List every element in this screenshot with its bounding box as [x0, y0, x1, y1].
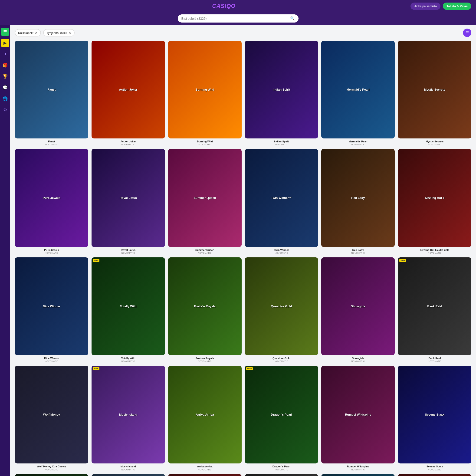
game-label-18: Bank Raid	[398, 257, 471, 355]
game-provider-20: NOVOMATIC	[121, 469, 135, 471]
game-card-1[interactable]: FaustFaustNOVOMATIC	[15, 41, 88, 146]
game-name-3: Burning Wild	[197, 140, 213, 143]
game-card-16[interactable]: Quest for GoldQuest for GoldNOVOMATIC	[245, 257, 318, 362]
game-card-24[interactable]: Sevens StaxxSevens StaxxNOVOMATIC	[398, 366, 471, 471]
game-card-4[interactable]: Indian SpiritIndian SpiritNOVOMATIC	[245, 41, 318, 146]
game-thumb-15: Fruits'n Royals	[168, 257, 242, 355]
filter-bar: Kolikkopelit ✕ Tyhjennä kaikki ✕ ☰	[15, 29, 471, 37]
game-card-26[interactable]: Reel CatchReel CatchNOVOMATIC	[92, 474, 165, 476]
sidebar-icon-globe[interactable]: 🌐	[1, 95, 9, 103]
game-name-7: Pure Jewels	[44, 248, 59, 252]
game-name-2: Action Joker	[120, 140, 136, 143]
filter-kolikkopelit-remove[interactable]: ✕	[35, 31, 38, 34]
game-provider-5: NOVOMATIC	[351, 143, 365, 146]
filter-tyhjennaekaikki[interactable]: Tyhjennä kaikki ✕	[43, 29, 75, 36]
game-provider-6: NOVOMATIC	[428, 143, 442, 146]
game-label-14: Totally Wild	[92, 257, 165, 355]
game-thumb-2: Action Joker	[92, 41, 165, 138]
game-provider-18: NOVOMATIC	[428, 360, 442, 362]
game-name-6: Mystic Secrets	[426, 140, 444, 143]
game-provider-13: NOVOMATIC	[45, 360, 58, 362]
game-card-14[interactable]: NewTotally WildTotally WildNOVOMATIC	[92, 257, 165, 362]
filter-button[interactable]: ☰	[463, 29, 471, 37]
game-provider-4: NOVOMATIC	[275, 143, 288, 146]
game-name-8: Royal Lotus	[121, 248, 136, 252]
game-card-22[interactable]: NewDragon's PearlDragon's PearlNOVOMATIC	[245, 366, 318, 471]
game-card-21[interactable]: Arriva ArrivaArriva ArrivaNOVOMATIC	[168, 366, 242, 471]
game-card-11[interactable]: Red LadyRed LadyNOVOMATIC	[321, 149, 395, 254]
game-thumb-16: Quest for Gold	[245, 257, 318, 355]
game-thumb-21: Arriva Arriva	[168, 366, 242, 463]
logo-o: O	[231, 3, 236, 9]
game-card-27[interactable]: Multi DiceMulti DiceNOVOMATIC	[168, 474, 242, 476]
filter-kolikkopelit-label: Kolikkopelit	[18, 31, 34, 34]
game-card-6[interactable]: Mystic SecretsMystic SecretsNOVOMATIC	[398, 41, 471, 146]
game-card-3[interactable]: Burning WildBurning WildNOVOMATIC	[168, 41, 242, 146]
game-card-25[interactable]: Rising TreasuresRising TreasuresNOVOMATI…	[15, 474, 88, 476]
game-card-9[interactable]: Summer QueenSummer QueenNOVOMATIC	[168, 149, 242, 254]
continue-button[interactable]: Jatka pelsamista	[410, 2, 441, 10]
game-label-20: Music Island	[92, 366, 165, 463]
game-thumb-20: NewMusic Island	[92, 366, 165, 463]
game-name-15: Fruits'n Royals	[196, 357, 214, 360]
new-badge-22: New	[246, 367, 253, 370]
game-thumb-4: Indian Spirit	[245, 41, 318, 138]
game-provider-15: NOVOMATIC	[198, 360, 211, 362]
game-card-20[interactable]: NewMusic IslandMusic IslandNOVOMATIC	[92, 366, 165, 471]
game-thumb-22: NewDragon's Pearl	[245, 366, 318, 463]
game-provider-2: NOVOMATIC	[121, 143, 135, 146]
game-provider-22: NOVOMATIC	[275, 469, 288, 471]
game-label-21: Arriva Arriva	[168, 366, 242, 463]
sidebar-icon-settings[interactable]: ⚙	[1, 106, 9, 114]
game-card-15[interactable]: Fruits'n RoyalsFruits'n RoyalsNOVOMATIC	[168, 257, 242, 362]
game-label-15: Fruits'n Royals	[168, 257, 242, 355]
search-input[interactable]	[181, 17, 288, 20]
game-label-27: Multi Dice	[168, 474, 242, 476]
game-name-9: Summer Queen	[195, 248, 214, 252]
sidebar-icon-star[interactable]: ✦	[1, 50, 9, 58]
game-card-12[interactable]: Sizzling Hot 6Sizzling Hot 6 extra goldN…	[398, 149, 471, 254]
game-name-21: Arriva Arriva	[197, 465, 212, 468]
games-grid: FaustFaustNOVOMATICAction JokerAction Jo…	[15, 41, 471, 476]
game-card-5[interactable]: Mermaid's PearlMermaids PearlNOVOMATIC	[321, 41, 395, 146]
game-card-30[interactable]: Fruit TumblingFruit TumblingNOVOMATIC	[398, 474, 471, 476]
game-card-7[interactable]: Pure JewelsPure JewelsNOVOMATIC	[15, 149, 88, 254]
game-thumb-29: Cash 300 Casino	[321, 474, 395, 476]
game-card-23[interactable]: Rumpel WildspinsRumpel WildspinsNOVOMATI…	[321, 366, 395, 471]
game-label-8: Royal Lotus	[92, 149, 165, 247]
filter-kolikkopelit[interactable]: Kolikkopelit ✕	[15, 29, 41, 36]
logo-text: CASIQ	[212, 3, 231, 9]
game-card-13[interactable]: Dice WinnerDice WinnerNOVOMATIC	[15, 257, 88, 362]
game-thumb-8: Royal Lotus	[92, 149, 165, 247]
game-name-16: Quest for Gold	[272, 357, 290, 360]
game-label-26: Reel Catch	[92, 474, 165, 476]
game-provider-10: NOVOMATIC	[275, 252, 288, 254]
game-name-4: Indian Spirit	[274, 140, 289, 143]
filter-tyhjenna-remove[interactable]: ✕	[68, 31, 71, 34]
game-card-17[interactable]: ShowgirlsShowgirlsNOVOMATIC	[321, 257, 395, 362]
game-card-2[interactable]: Action JokerAction JokerNOVOMATIC	[92, 41, 165, 146]
game-card-28[interactable]: Stein HausStein HausNOVOMATIC	[245, 474, 318, 476]
game-provider-11: NOVOMATIC	[351, 252, 365, 254]
sidebar: ☰ ▶ ✦ 🎁 🏆 💬 🌐 ⚙	[0, 25, 10, 476]
game-card-29[interactable]: Cash 300 CasinoCash 300 CasinoNOVOMATIC	[321, 474, 395, 476]
deposit-button[interactable]: Talleta & Pelaa	[443, 2, 471, 10]
game-provider-23: NOVOMATIC	[351, 469, 365, 471]
game-card-8[interactable]: Royal LotusRoyal LotusNOVOMATIC	[92, 149, 165, 254]
game-provider-9: NOVOMATIC	[198, 252, 211, 254]
game-thumb-24: Sevens Staxx	[398, 366, 471, 463]
game-label-11: Red Lady	[321, 149, 395, 247]
main-layout: ☰ ▶ ✦ 🎁 🏆 💬 🌐 ⚙ Kolikkopelit ✕ Tyhjennä …	[0, 25, 476, 476]
game-label-28: Stein Haus	[245, 474, 318, 476]
filter-tyhjenna-label: Tyhjennä kaikki	[47, 31, 67, 34]
game-provider-12: NOVOMATIC	[428, 252, 442, 254]
game-card-18[interactable]: NewBank RaidBank RaidNOVOMATIC	[398, 257, 471, 362]
sidebar-icon-chat[interactable]: 💬	[1, 84, 9, 92]
sidebar-icon-trophy[interactable]: 🏆	[1, 72, 9, 81]
game-thumb-18: NewBank Raid	[398, 257, 471, 355]
game-card-19[interactable]: Wolf MoneyWolf Money Xtra ChoiceNOVOMATI…	[15, 366, 88, 471]
sidebar-icon-play[interactable]: ▶	[1, 39, 9, 47]
game-card-10[interactable]: Twin Winner™Twin WinnerNOVOMATIC	[245, 149, 318, 254]
sidebar-icon-menu[interactable]: ☰	[1, 28, 9, 36]
sidebar-icon-gift[interactable]: 🎁	[1, 61, 9, 69]
